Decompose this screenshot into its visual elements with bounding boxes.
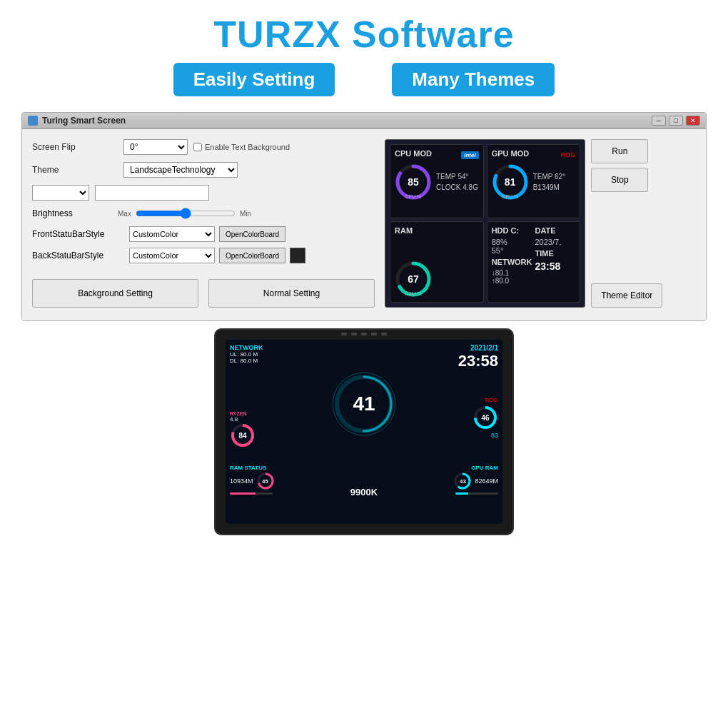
cpu-card-title: CPU MOD	[395, 149, 432, 158]
monitor-preview: CPU MOD intel 85	[385, 139, 585, 308]
ds-gpu-ram-row: 43 82649M	[410, 471, 498, 491]
network-down: ↓80.1	[492, 269, 532, 277]
maximize-button[interactable]: □	[669, 116, 683, 126]
minimize-button[interactable]: ─	[652, 116, 666, 126]
ds-gpu-gauge: 46	[472, 405, 498, 430]
ram-gauge-value: 67	[408, 274, 419, 284]
gpu-gauge-value: 81	[505, 177, 516, 187]
window-title: Turing Smart Screen	[42, 116, 126, 126]
ds-ram-status: RAM STATUS 10934M 45	[230, 465, 318, 520]
time-value: 23:58	[535, 261, 575, 272]
color-swatch	[290, 248, 305, 263]
network-label: NETWORK	[492, 258, 532, 266]
time-label: TIME	[535, 249, 575, 258]
background-setting-button[interactable]: Background Setting	[32, 279, 198, 308]
max-label: Max	[118, 210, 131, 218]
ram-card: RAM 67 RAM %	[390, 221, 484, 303]
ds-time: 23:58	[410, 352, 498, 370]
ds-rog-icon: ROG	[485, 397, 498, 403]
ds-cpu-label: 9900K	[320, 465, 408, 520]
time-section: TIME 23:58	[535, 249, 575, 272]
ds-ram-label: RAM STATUS	[230, 465, 318, 471]
ds-gpu-val: 46	[481, 413, 489, 421]
ds-ram-gauge: 45	[256, 471, 275, 491]
ds-gpu-sub: 83	[491, 432, 498, 439]
cpu-gauge-area: 85 CPU % TEMP 54° CLOCK 4.8G	[395, 163, 479, 201]
close-button[interactable]: ✕	[686, 116, 700, 126]
ram-gauge-area: 67 RAM %	[395, 261, 479, 298]
intel-logo: intel	[461, 151, 478, 159]
ds-gpu-ram-label: GPU RAM	[410, 465, 498, 471]
front-open-color-board-button[interactable]: OpenColorBoard	[219, 226, 285, 242]
gpu-gauge: 81 GPU %	[492, 163, 529, 201]
center-gauge: 41	[332, 372, 396, 436]
ds-ram-bar	[230, 492, 273, 495]
ram-card-title: RAM	[395, 226, 479, 235]
network-section: NETWORK ↓80.1 ↑80.0	[492, 258, 532, 285]
back-status-bar-select[interactable]: CustomColor	[129, 248, 215, 263]
brightness-row: Brightness Max Min	[32, 208, 375, 219]
slider-container: Max Min	[118, 208, 375, 219]
back-open-color-board-button[interactable]: OpenColorBoard	[219, 248, 285, 263]
title-bar: Turing Smart Screen ─ □ ✕	[22, 113, 706, 129]
ds-date: 2021/2/1	[410, 344, 498, 352]
ds-cpu-left: RYZEN 4.8 84	[230, 397, 318, 464]
screen-flip-select[interactable]: 0° 90° 180° 270°	[123, 139, 188, 155]
cpu-gauge-value: 85	[408, 177, 419, 187]
ds-ram-total: 10934M	[230, 477, 253, 485]
front-status-bar-select[interactable]: CustomColor	[129, 226, 215, 242]
ds-ram-val: 45	[262, 478, 268, 485]
device-btn-4	[371, 333, 377, 335]
enable-text-bg-label: Enable Text Background	[193, 143, 290, 151]
ds-gpuram-val: 82649M	[475, 477, 498, 485]
text-input[interactable]	[95, 185, 209, 201]
device-btn-5	[381, 333, 387, 335]
ds-datetime: 2021/2/1 23:58	[410, 344, 498, 395]
center-value: 41	[353, 393, 375, 415]
hdd-percent: 88%	[492, 238, 532, 246]
ram-sub: RAM %	[405, 291, 422, 296]
window-icon	[28, 116, 38, 126]
stop-button[interactable]: Stop	[591, 168, 648, 192]
normal-setting-button[interactable]: Normal Setting	[208, 279, 375, 308]
back-status-bar-label: BackStatuBarStyle	[32, 251, 125, 261]
ds-temp-val: 43	[460, 478, 466, 485]
hdd-temp: 55°	[492, 246, 532, 255]
device-wrapper: NETWORK UL: 80.0 M DL: 80.0 M 41	[0, 328, 728, 535]
window-body: Screen Flip 0° 90° 180° 270° Enable Text…	[22, 129, 706, 320]
ds-ul: UL: 80.0 M	[230, 351, 318, 358]
enable-text-bg-checkbox[interactable]	[193, 143, 202, 151]
sub-select[interactable]	[32, 185, 89, 201]
run-button[interactable]: Run	[591, 139, 648, 163]
hdd-network-date-card: HDD C: 88% 55° NETWORK ↓80.1 ↑80.0	[487, 221, 581, 303]
rog-logo: ROG	[561, 151, 576, 158]
date-time-section: DATE 2023/7, TIME 23:58	[535, 226, 575, 298]
action-buttons: Run Stop Theme Editor	[591, 139, 662, 308]
ds-cpu-gauge: 84	[230, 423, 256, 448]
theme-row: Theme LandscapeTechnology Dark Light	[32, 162, 375, 178]
theme-editor-button[interactable]: Theme Editor	[591, 283, 662, 308]
window-wrapper: Turing Smart Screen ─ □ ✕ Screen Flip 0°…	[0, 112, 728, 321]
badges: Easily Setting Many Themes	[0, 63, 728, 96]
ds-ryzen: RYZEN 4.8 84	[230, 411, 256, 448]
date-label: DATE	[535, 226, 575, 235]
application-window: Turing Smart Screen ─ □ ✕ Screen Flip 0°…	[21, 112, 707, 321]
front-status-bar-label: FrontStatuBarStyle	[32, 229, 125, 239]
network-up: ↑80.0	[492, 277, 532, 285]
cpu-info: TEMP 54° CLOCK 4.8G	[436, 171, 478, 193]
ds-network: NETWORK UL: 80.0 M DL: 80.0 M	[230, 344, 318, 395]
front-status-bar-row: FrontStatuBarStyle CustomColor OpenColor…	[32, 226, 375, 242]
left-panel: Screen Flip 0° 90° 180° 270° Enable Text…	[32, 139, 375, 308]
device-btn-3	[361, 333, 367, 335]
ds-temp-gauge: 43	[453, 471, 472, 491]
badge-many-themes: Many Themes	[392, 63, 555, 96]
gpu-card-title: GPU MOD	[492, 149, 530, 158]
gpu-card-header: GPU MOD ROG	[492, 149, 576, 161]
ds-gpu-ram: GPU RAM 43 82649M	[410, 465, 498, 520]
device-btn-1	[341, 333, 347, 335]
badge-easily-setting: Easily Setting	[173, 63, 335, 96]
brightness-slider[interactable]	[136, 208, 236, 219]
hdd-section: HDD C: 88% 55° NETWORK ↓80.1 ↑80.0	[492, 226, 532, 298]
theme-select[interactable]: LandscapeTechnology Dark Light	[123, 162, 238, 178]
hdd-title: HDD C:	[492, 226, 532, 235]
